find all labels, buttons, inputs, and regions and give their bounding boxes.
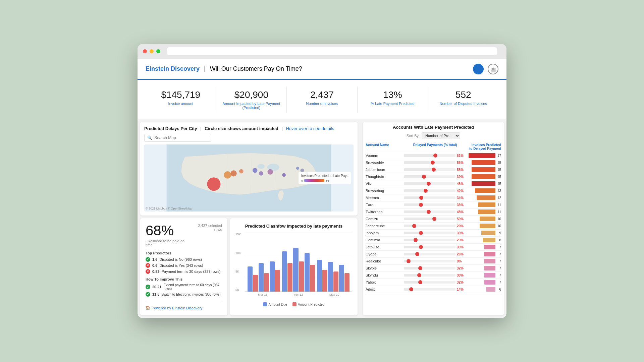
accounts-title: Accounts With Late Payment Predicted — [366, 125, 501, 130]
cell-account-2: Jabberbean — [366, 168, 402, 172]
invoice-num-13: 7 — [496, 245, 501, 249]
svg-point-9 — [224, 171, 231, 179]
invoice-bar-1 — [472, 160, 495, 165]
bar-group-apr — [282, 248, 315, 292]
browser-minimize[interactable] — [150, 49, 154, 53]
powered-by-text: Powered by Einstein Discovery — [152, 306, 203, 310]
bar-pair-may2 — [328, 262, 338, 292]
table-body: Voomm 61% 17 Browsedriv 56% 15 — [366, 152, 501, 293]
predictor-3-dot: ✕ — [146, 269, 150, 274]
cell-bar-7: 11 — [468, 202, 501, 207]
kpi-disputed: 552 Number of Disputed Invoices — [428, 86, 498, 113]
map-hover-link[interactable]: Hover over to see details — [286, 126, 334, 131]
cell-delayed-1: 56% — [404, 161, 466, 165]
delayed-pct-16: 32% — [457, 266, 466, 270]
cell-bar-17: 7 — [468, 273, 501, 278]
invoice-num-16: 7 — [496, 266, 501, 270]
bar-mar3-due — [270, 261, 275, 292]
invoice-bar-13 — [484, 245, 495, 249]
browser-close[interactable] — [143, 49, 147, 53]
invoice-bar-16 — [484, 266, 495, 270]
bar-pair-may1 — [317, 260, 327, 292]
delayed-pct-0: 61% — [457, 154, 466, 158]
delayed-pct-19: 14% — [457, 288, 466, 291]
improvement-1-text: Extend payment term to 60 days (937 rows… — [164, 283, 222, 291]
table-row: Voomm 61% 17 — [366, 152, 501, 159]
cell-account-8: Twitterbea — [366, 210, 402, 214]
map-area: Invoices Predicted to Late Pay.. 0 36 © … — [144, 144, 354, 212]
delayed-dot-17 — [417, 273, 421, 277]
improvement-2-value: 11.5 — [152, 292, 159, 296]
delayed-bar-fill-5 — [404, 189, 426, 192]
invoice-bar-10 — [480, 224, 495, 228]
invoice-num-3: 15 — [496, 175, 501, 179]
x-label-apr: Apr 12 — [281, 293, 317, 300]
browser-maximize[interactable] — [156, 49, 160, 53]
invoice-num-2: 15 — [496, 168, 501, 172]
cell-delayed-11: 33% — [404, 231, 466, 235]
table-row: Twitterbea 48% 11 — [366, 208, 501, 216]
cell-delayed-7: 33% — [404, 203, 466, 207]
invoice-bar-3 — [472, 174, 495, 179]
sort-select[interactable]: Number of Pre... — [422, 132, 460, 139]
invoice-bar-12 — [483, 238, 495, 242]
avatar[interactable] — [473, 64, 484, 74]
delayed-dot-19 — [409, 287, 413, 291]
cell-bar-2: 15 — [468, 167, 501, 172]
cell-delayed-17: 30% — [404, 274, 466, 277]
invoice-bar-2 — [472, 167, 495, 172]
predictor-2-dot: ✕ — [146, 263, 150, 268]
table-row: Centizu 59% 10 — [366, 216, 501, 223]
title-separator: | — [204, 65, 206, 72]
table-row: Thoughtsto 39% 15 — [366, 173, 501, 180]
settings-button[interactable] — [488, 64, 498, 74]
bar-mar2-pred — [264, 273, 269, 292]
stats-panel: 68% Likelihood to be paid on time 2,437 … — [140, 218, 227, 315]
predictor-1-value: 1.6 — [152, 257, 157, 261]
invoice-bar-8 — [478, 209, 495, 214]
delayed-bar-bg-17 — [404, 274, 455, 277]
map-search-box[interactable]: 🔍 — [144, 134, 211, 142]
cell-account-4: Vitz — [366, 182, 402, 186]
invoice-bar-9 — [480, 217, 495, 221]
delayed-dot-7 — [419, 203, 423, 207]
cell-bar-10: 10 — [468, 224, 501, 228]
kpi-late-payment: $20,900 Amount Impacted by Late Payment … — [216, 86, 287, 113]
cell-account-12: Centimia — [366, 238, 402, 242]
cell-delayed-6: 34% — [404, 196, 466, 200]
invoice-num-9: 10 — [496, 217, 501, 221]
cell-bar-11: 9 — [468, 231, 501, 235]
cell-account-11: Innojam — [366, 231, 402, 235]
invoice-bar-18 — [484, 280, 495, 285]
delayed-pct-14: 26% — [457, 252, 466, 256]
bar-pair-apr2 — [293, 248, 304, 292]
delayed-bar-bg-6 — [404, 196, 455, 199]
bar-apr3-pred — [310, 265, 315, 292]
delayed-bar-bg-13 — [404, 246, 455, 248]
chart-legend: Amount Due Amount Predicted — [235, 302, 352, 306]
kpi-invoices-value: 2,437 — [291, 89, 353, 101]
legend-max: 36 — [326, 179, 329, 182]
cell-account-1: Browsedriv — [366, 161, 402, 165]
cell-delayed-14: 26% — [404, 252, 466, 256]
delayed-bar-bg-4 — [404, 182, 455, 185]
cell-account-7: Eare — [366, 203, 402, 207]
kpi-disputed-value: 552 — [432, 89, 494, 101]
bar-group-may — [317, 260, 350, 292]
predictor-2-text: Disputed is Yes (343 rows) — [159, 263, 203, 267]
delayed-dot-0 — [433, 154, 437, 158]
cell-delayed-4: 48% — [404, 182, 466, 186]
brand-name: Einstein Discovery — [146, 65, 200, 72]
delayed-bar-bg-0 — [404, 154, 455, 157]
sort-row: Sort By: Number of Pre... — [366, 132, 501, 139]
invoice-num-5: 13 — [496, 189, 501, 193]
cell-bar-6: 12 — [468, 195, 501, 200]
delayed-dot-6 — [419, 196, 423, 200]
map-search-input[interactable] — [154, 135, 208, 140]
map-search-icon: 🔍 — [147, 135, 152, 140]
bar-mar3-pred — [275, 270, 280, 292]
browser-url-bar[interactable] — [167, 47, 497, 55]
cell-delayed-9: 59% — [404, 217, 466, 221]
cashflow-title: Predicted Clashfow impacted by late paym… — [235, 224, 352, 229]
table-row: Meemm 34% 12 — [366, 194, 501, 201]
